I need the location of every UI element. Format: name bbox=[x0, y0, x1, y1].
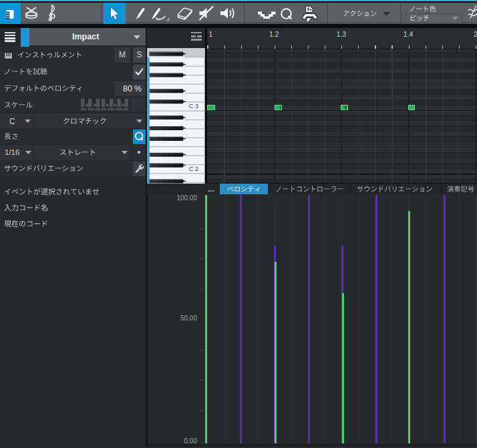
svg-text:C 2: C 2 bbox=[188, 166, 198, 172]
svg-text:C 3: C 3 bbox=[188, 103, 198, 109]
